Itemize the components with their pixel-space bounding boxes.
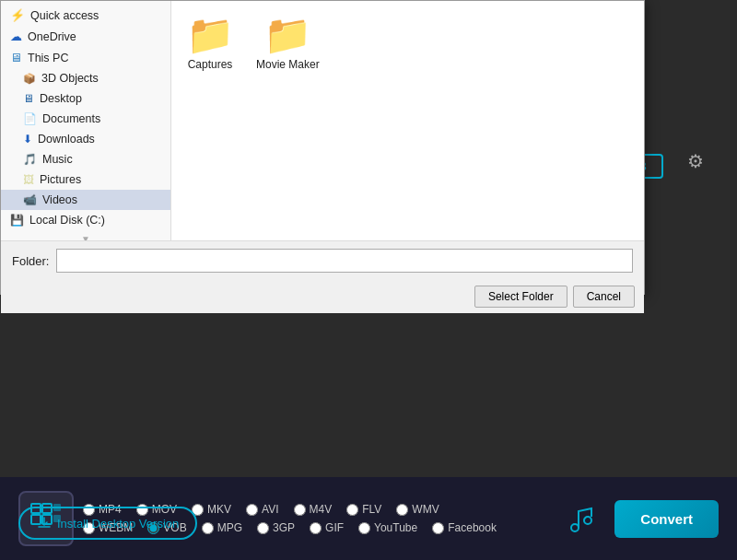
music-note-icon [567,504,597,533]
radio-youtube[interactable] [358,522,370,534]
folder-captures-icon: 📁 [186,16,234,54]
sidebar-label-pictures: Pictures [40,173,81,186]
scroll-indicator: ▼ [1,230,170,240]
format-facebook[interactable]: Facebook [432,521,497,534]
format-flv[interactable]: FLV [346,503,381,516]
local-disk-icon: 💾 [10,214,24,227]
dialog-buttons: Select Folder Cancel [1,280,644,313]
cancel-button[interactable]: Cancel [573,286,635,308]
file-browser-dialog: ⚡ Quick access ☁ OneDrive 🖥 This PC 📦 3D… [0,0,645,295]
format-avi[interactable]: AVI [246,503,278,516]
desktop-icon: 🖥 [23,92,34,105]
thispc-icon: 🖥 [10,51,22,64]
convert-button[interactable]: Convert [614,500,719,538]
sidebar-label-downloads: Downloads [38,133,95,146]
dialog-footer: Folder: [1,240,644,280]
format-youtube[interactable]: YouTube [358,521,417,534]
music-icon: 🎵 [23,153,37,166]
radio-3gp[interactable] [257,522,269,534]
folder-captures[interactable]: 📁 Captures [186,16,234,71]
downloads-icon: ⬇ [23,133,32,146]
install-btn-label: Install Desktop Version [57,517,179,531]
sidebar-label-local-disk: Local Disk (C:) [29,214,105,227]
radio-avi[interactable] [246,504,258,516]
sidebar-item-documents[interactable]: 📄 Documents [1,109,170,129]
gear-button[interactable]: ⚙ [687,150,704,172]
radio-m4v[interactable] [294,504,306,516]
dialog-body: ⚡ Quick access ☁ OneDrive 🖥 This PC 📦 3D… [1,1,644,240]
format-m4v[interactable]: M4V [294,503,333,516]
install-desktop-button[interactable]: Install Desktop Version [18,507,197,540]
sidebar-item-pictures[interactable]: 🖼 Pictures [1,169,170,190]
sidebar-label-music: Music [42,153,73,166]
pictures-icon: 🖼 [23,173,34,186]
format-mkv[interactable]: MKV [192,503,231,516]
radio-flv[interactable] [346,504,358,516]
radio-wmv[interactable] [396,504,408,516]
radio-facebook[interactable] [432,522,444,534]
quick-access-icon: ⚡ [10,8,25,22]
folder-captures-label: Captures [188,58,233,71]
sidebar-label-videos: Videos [42,193,77,206]
sidebar-label-thispc: This PC [28,52,68,64]
documents-icon: 📄 [23,112,37,125]
download-icon [37,516,52,531]
sidebar-label-quick-access: Quick access [30,9,99,22]
sidebar-label-3d-objects: 3D Objects [41,72,99,85]
format-gif[interactable]: GIF [310,521,344,534]
sidebar-item-music[interactable]: 🎵 Music [1,149,170,169]
folder-movie-maker[interactable]: 📁 Movie Maker [256,16,320,71]
folder-content: 📁 Captures 📁 Movie Maker [171,1,644,240]
folder-movie-maker-icon: 📁 [263,16,311,54]
sidebar-label-desktop: Desktop [40,92,82,105]
sidebar-label-onedrive: OneDrive [28,30,76,43]
sidebar-item-onedrive[interactable]: ☁ OneDrive [1,26,170,47]
sidebar-item-quick-access[interactable]: ⚡ Quick access [1,5,170,26]
sidebar: ⚡ Quick access ☁ OneDrive 🖥 This PC 📦 3D… [1,1,171,240]
folder-label: Folder: [12,254,49,268]
sidebar-item-thispc[interactable]: 🖥 This PC [1,47,170,68]
videos-icon: 📹 [23,193,37,206]
format-mpg[interactable]: MPG [202,521,242,534]
sidebar-label-documents: Documents [42,112,100,125]
radio-gif[interactable] [310,522,322,534]
radio-mpg[interactable] [202,522,214,534]
sidebar-item-3d-objects[interactable]: 📦 3D Objects [1,68,170,88]
folder-input[interactable] [56,249,633,273]
select-folder-button[interactable]: Select Folder [474,286,567,308]
format-wmv[interactable]: WMV [396,503,439,516]
onedrive-icon: ☁ [10,29,22,43]
music-icon-box [559,496,605,542]
3d-objects-icon: 📦 [23,73,36,85]
sidebar-item-videos[interactable]: 📹 Videos [1,190,170,210]
sidebar-item-desktop[interactable]: 🖥 Desktop [1,88,170,109]
folder-movie-maker-label: Movie Maker [256,58,320,71]
sidebar-item-downloads[interactable]: ⬇ Downloads [1,129,170,149]
sidebar-item-local-disk[interactable]: 💾 Local Disk (C:) [1,210,170,230]
format-3gp[interactable]: 3GP [257,521,295,534]
